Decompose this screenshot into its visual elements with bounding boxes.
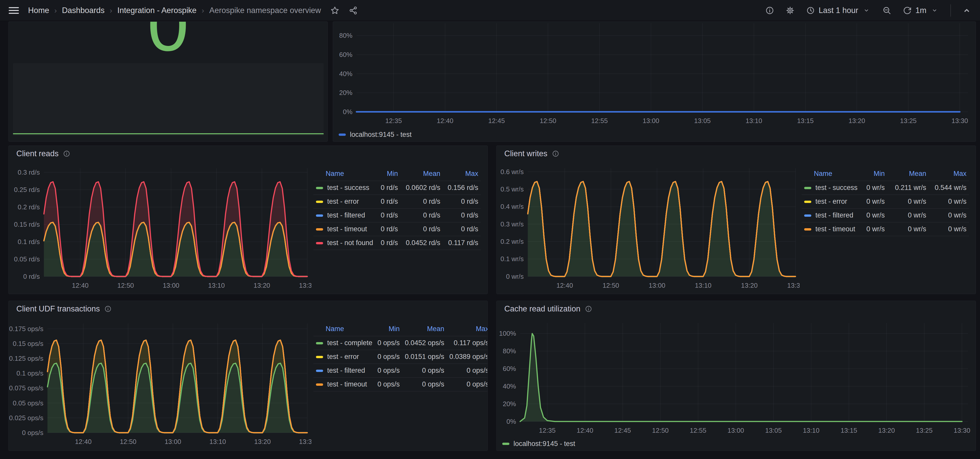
legend-value-max: 0 wr/s xyxy=(929,222,969,236)
legend-series-name[interactable]: test - filtered xyxy=(313,364,375,378)
axis-tick-label: 13:20 xyxy=(254,438,271,445)
stat-value: 0 xyxy=(9,21,328,62)
panel-header[interactable]: Client UDF transactions xyxy=(9,301,487,317)
legend-column-header-name[interactable]: Name xyxy=(802,167,860,181)
legend-column-header-mean[interactable]: Mean xyxy=(402,322,447,336)
legend-value-max: 0 rd/s xyxy=(443,209,481,222)
cache-chart-svg[interactable]: 0%20%40%60%80%100%12:3512:4012:4512:5012… xyxy=(496,317,976,437)
legend-swatch xyxy=(316,201,323,203)
reads-chart-svg[interactable]: 0 rd/s0.05 rd/s0.1 rd/s0.15 rd/s0.2 rd/s… xyxy=(9,162,311,294)
legend-row[interactable]: test - error0 rd/s0 rd/s0 rd/s xyxy=(313,195,481,209)
legend-column-header-max[interactable]: Max xyxy=(447,322,487,336)
legend-column-header-mean[interactable]: Mean xyxy=(401,167,443,181)
legend-row[interactable]: test - not found0 rd/s0.0452 rd/s0.117 r… xyxy=(313,236,481,250)
legend-row[interactable]: test - timeout0 ops/s0 ops/s0 ops/s xyxy=(313,378,487,391)
zoom-out-time-button[interactable] xyxy=(882,6,891,15)
menu-toggle-button[interactable] xyxy=(9,7,19,14)
legend-series-name[interactable]: test - success xyxy=(802,181,860,195)
legend-column-header-min[interactable]: Min xyxy=(375,167,401,181)
legend-value-min: 0 ops/s xyxy=(375,350,402,364)
panel-header[interactable]: Client writes xyxy=(496,146,976,162)
legend-series-name[interactable]: test - not found xyxy=(313,236,375,250)
dashboard-settings-button[interactable] xyxy=(786,6,795,15)
legend-column-header-max[interactable]: Max xyxy=(443,167,481,181)
breadcrumb-home[interactable]: Home xyxy=(28,6,49,15)
legend-row[interactable]: test - filtered0 wr/s0 wr/s0 wr/s xyxy=(802,209,969,222)
legend-value-min: 0 wr/s xyxy=(860,222,887,236)
info-icon[interactable] xyxy=(552,150,559,157)
legend-item[interactable]: localhost:9145 - test xyxy=(333,128,976,142)
panel-header[interactable]: Client reads xyxy=(9,146,487,162)
legend-value-mean: 0.0452 rd/s xyxy=(401,236,443,250)
legend-value-mean: 0 ops/s xyxy=(402,364,447,378)
info-icon[interactable] xyxy=(585,305,592,312)
legend-row[interactable]: test - success0 rd/s0.0602 rd/s0.156 rd/… xyxy=(313,181,481,195)
axis-tick-label: 13:00 xyxy=(643,117,659,124)
axis-tick-label: 13:20 xyxy=(254,282,270,289)
series-line[interactable] xyxy=(520,333,962,421)
legend-column-header-min[interactable]: Min xyxy=(860,167,887,181)
info-icon[interactable] xyxy=(104,305,111,312)
panel-title-text: Client reads xyxy=(16,149,59,158)
legend-value-min: 0 ops/s xyxy=(375,364,402,378)
legend-series-name[interactable]: test - complete xyxy=(313,336,375,350)
time-range-picker[interactable]: Last 1 hour xyxy=(806,6,871,15)
legend-series-name[interactable]: test - filtered xyxy=(313,209,375,222)
legend-row[interactable]: test - error0 ops/s0.0151 ops/s0.0389 op… xyxy=(313,350,487,364)
chevron-down-icon[interactable] xyxy=(930,6,939,15)
panel-header[interactable]: Cache read utilization xyxy=(496,301,976,317)
udf-chart-svg[interactable]: 0 ops/s0.025 ops/s0.05 ops/s0.075 ops/s0… xyxy=(9,317,311,451)
legend-row[interactable]: test - filtered0 rd/s0 rd/s0 rd/s xyxy=(313,209,481,222)
legend-series-name[interactable]: test - error xyxy=(313,350,375,364)
legend-column-header-mean[interactable]: Mean xyxy=(887,167,929,181)
legend-table: NameMinMeanMaxtest - success0 wr/s0.211 … xyxy=(800,162,976,294)
writes-chart-svg[interactable]: 0 wr/s0.1 wr/s0.2 wr/s0.3 wr/s0.4 wr/s0.… xyxy=(496,162,800,294)
legend-column-header-name[interactable]: Name xyxy=(313,322,375,336)
percent-chart[interactable]: 0%20%40%60%80%12:3512:4012:4512:5012:551… xyxy=(333,22,976,128)
percent-chart-svg[interactable]: 0%20%40%60%80%12:3512:4012:4512:5012:551… xyxy=(333,22,976,128)
cache-read-chart[interactable]: 0%20%40%60%80%100%12:3512:4012:4512:5012… xyxy=(496,317,976,437)
legend-row[interactable]: test - success0 wr/s0.211 wr/s0.544 wr/s xyxy=(802,181,969,195)
legend-row[interactable]: test - complete0 ops/s0.0452 ops/s0.117 … xyxy=(313,336,487,350)
client-writes-chart[interactable]: 0 wr/s0.1 wr/s0.2 wr/s0.3 wr/s0.4 wr/s0.… xyxy=(496,162,800,294)
stat-panel[interactable]: 0 xyxy=(8,21,328,142)
legend-value-max: 0 rd/s xyxy=(443,195,481,209)
client-udf-chart[interactable]: 0 ops/s0.025 ops/s0.05 ops/s0.075 ops/s0… xyxy=(9,317,311,451)
refresh-interval-dropdown[interactable]: 1m xyxy=(915,6,926,15)
legend-row[interactable]: test - error0 wr/s0 wr/s0 wr/s xyxy=(802,195,969,209)
axis-tick-label: 12:40 xyxy=(75,438,92,445)
legend-series-name[interactable]: test - timeout xyxy=(802,222,860,236)
legend-row[interactable]: test - timeout0 rd/s0 rd/s0 rd/s xyxy=(313,222,481,236)
legend-series-name[interactable]: test - error xyxy=(802,195,860,209)
axis-tick-label: 0.025 ops/s xyxy=(9,414,43,422)
share-dashboard-button[interactable] xyxy=(348,6,358,15)
legend-value-min: 0 ops/s xyxy=(375,378,402,391)
legend-row[interactable]: test - filtered0 ops/s0 ops/s0 ops/s xyxy=(313,364,487,378)
legend-series-name[interactable]: test - filtered xyxy=(802,209,860,222)
legend-column-header-max[interactable]: Max xyxy=(929,167,969,181)
legend-column-header-min[interactable]: Min xyxy=(375,322,402,336)
legend-item[interactable]: localhost:9145 - test xyxy=(496,437,976,451)
info-icon[interactable] xyxy=(63,150,70,157)
legend-column-header-name[interactable]: Name xyxy=(313,167,375,181)
legend-row[interactable]: test - timeout0 wr/s0 wr/s0 wr/s xyxy=(802,222,969,236)
legend-table-grid: NameMinMeanMaxtest - complete0 ops/s0.04… xyxy=(313,322,487,391)
axis-tick-label: 13:15 xyxy=(797,117,814,124)
legend-value-min: 0 rd/s xyxy=(375,209,401,222)
collapse-nav-caret-button[interactable] xyxy=(962,6,971,15)
legend-value-max: 0 wr/s xyxy=(929,195,969,209)
star-dashboard-button[interactable] xyxy=(330,6,339,15)
breadcrumb-folder[interactable]: Integration - Aerospike xyxy=(118,6,197,15)
legend-series-name[interactable]: test - error xyxy=(313,195,375,209)
client-reads-chart[interactable]: 0 rd/s0.05 rd/s0.1 rd/s0.15 rd/s0.2 rd/s… xyxy=(9,162,311,294)
axis-tick-label: 0% xyxy=(343,108,352,116)
legend-series-name[interactable]: test - timeout xyxy=(313,222,375,236)
legend-series-name[interactable]: test - success xyxy=(313,181,375,195)
legend-value-max: 0.117 ops/s xyxy=(447,336,487,350)
dashboard-insights-button[interactable] xyxy=(765,6,774,15)
refresh-dashboard-button[interactable] xyxy=(903,6,912,15)
refresh-icon xyxy=(903,6,912,15)
breadcrumb-dashboards[interactable]: Dashboards xyxy=(62,6,105,15)
legend-series-name[interactable]: test - timeout xyxy=(313,378,375,391)
axis-tick-label: 0.5 wr/s xyxy=(501,185,524,193)
